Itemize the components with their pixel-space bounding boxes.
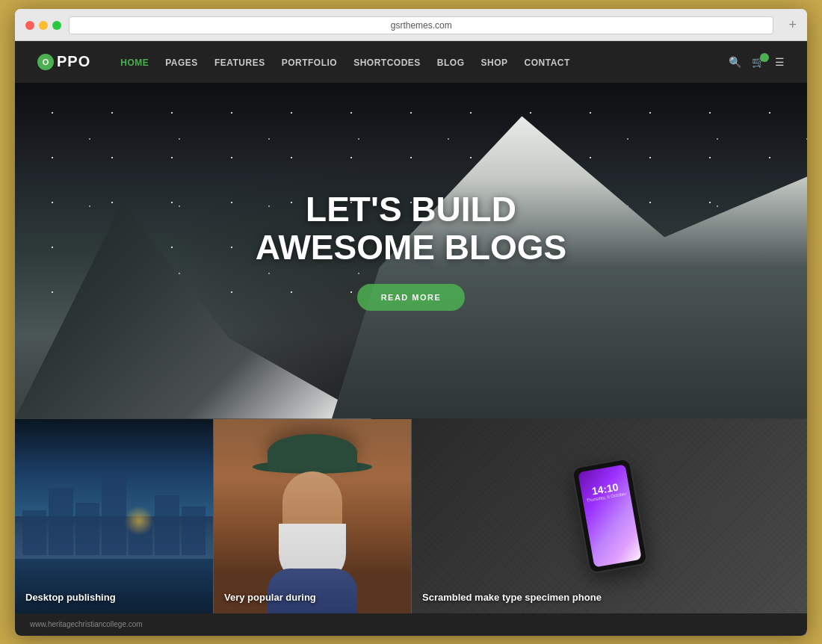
search-icon[interactable]: 🔍 [729,56,741,68]
portfolio-caption-man: Very popular during [224,592,316,603]
hero-section: LET'S BUILD AWESOME BLOGS READ MORE [15,83,807,419]
jacket-area [268,569,357,613]
phone-area: 14:10 Thursday, 6 October [412,419,807,613]
hero-title-line2: AWESOME BLOGS [256,228,567,267]
nav-item-shortcodes[interactable]: SHORTCODES [353,55,421,69]
portfolio-caption-phone: Scrambled make type specimen phone [422,592,602,603]
nav-item-portfolio[interactable]: PORTFOLIO [282,55,338,69]
nav-link-contact[interactable]: CONTACT [525,58,570,68]
bottom-strip: www.heritagechristiancollege.com [15,613,807,636]
nav-icons: 🔍 🛒 ☰ [729,56,785,68]
nav-link-portfolio[interactable]: PORTFOLIO [282,58,338,68]
minimize-button[interactable] [39,21,48,30]
phone-screen: 14:10 Thursday, 6 October [578,464,641,567]
traffic-lights [25,21,61,30]
man-portrait [214,419,411,613]
nav-link-blog[interactable]: BLOG [437,58,465,68]
logo-circle: O [37,54,54,70]
nav-link-pages[interactable]: PAGES [165,58,198,68]
new-tab-button[interactable]: + [788,17,797,33]
phone-device: 14:10 Thursday, 6 October [571,457,649,575]
building-4 [102,473,126,555]
portfolio-caption-city: Desktop publishing [25,592,116,603]
navbar: O PPO HOME PAGES FEATURES PORTFOLIO SHOR… [15,41,807,83]
nav-links: HOME PAGES FEATURES PORTFOLIO SHORTCODES… [120,55,729,69]
hat-shape [268,434,357,471]
nav-link-shortcodes[interactable]: SHORTCODES [353,58,421,68]
nav-item-pages[interactable]: PAGES [165,55,198,69]
logo-text: PPO [57,53,90,70]
nav-item-blog[interactable]: BLOG [437,55,465,69]
portfolio-item-man[interactable]: Very popular during [213,419,411,613]
building-1 [22,510,46,555]
nav-link-features[interactable]: FEATURES [214,58,265,68]
portfolio-grid: Desktop publishing Very popular during [15,419,807,613]
logo-letter: O [43,58,49,66]
browser-window: gsrthemes.com + O PPO HOME PAGES FEATURE… [15,9,807,636]
cart-badge [760,53,769,62]
portfolio-item-city[interactable]: Desktop publishing [15,419,213,613]
water-body [15,559,213,613]
cart-icon-wrap[interactable]: 🛒 [752,56,764,68]
building-2 [49,488,72,555]
hero-title: LET'S BUILD AWESOME BLOGS [256,191,567,266]
address-bar[interactable]: gsrthemes.com [69,16,773,34]
building-3 [75,503,99,555]
maximize-button[interactable] [52,21,61,30]
light-glow [124,506,154,536]
city-buildings [15,473,213,555]
portfolio-item-phone[interactable]: 14:10 Thursday, 6 October Scrambled make… [411,419,807,613]
logo[interactable]: O PPO [37,53,90,70]
nav-item-features[interactable]: FEATURES [214,55,265,69]
nav-item-contact[interactable]: CONTACT [525,55,570,69]
nav-link-home[interactable]: HOME [120,58,149,68]
hamburger-icon[interactable]: ☰ [775,56,785,68]
nav-item-shop[interactable]: SHOP [481,55,508,69]
hero-content: LET'S BUILD AWESOME BLOGS READ MORE [256,191,567,311]
footer-url: www.heritagechristiancollege.com [30,620,143,628]
hero-cta-button[interactable]: READ MORE [357,284,466,311]
nav-link-shop[interactable]: SHOP [481,58,508,68]
hero-title-line1: LET'S BUILD [306,190,516,229]
building-7 [182,507,206,555]
browser-chrome: gsrthemes.com + [15,9,807,41]
building-6 [155,495,179,555]
close-button[interactable] [25,21,34,30]
nav-item-home[interactable]: HOME [120,55,149,69]
url-text: gsrthemes.com [391,20,452,31]
site-wrapper: O PPO HOME PAGES FEATURES PORTFOLIO SHOR… [15,41,807,636]
